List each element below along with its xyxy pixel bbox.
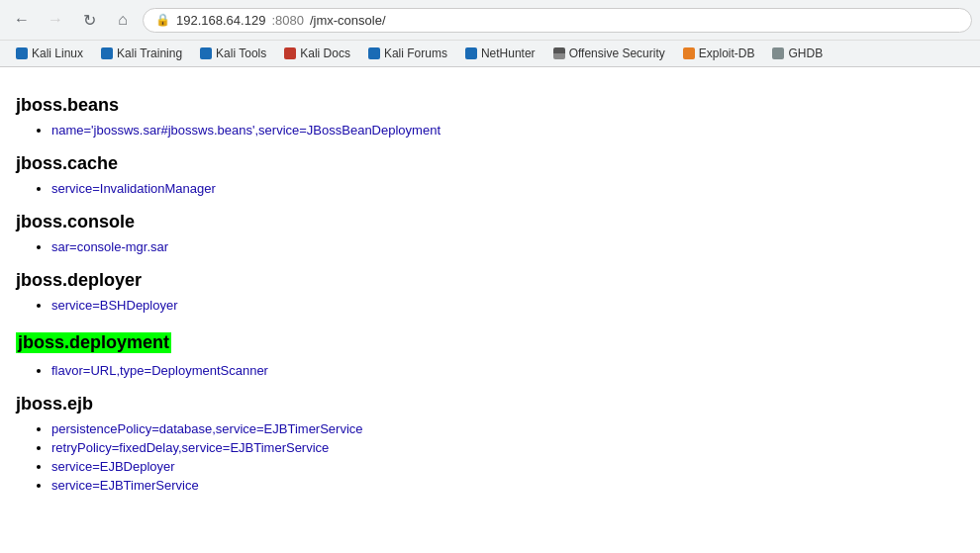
kali-forums-label: Kali Forums — [384, 46, 447, 60]
jboss-ejb-link-3[interactable]: service=EJBTimerService — [51, 478, 199, 493]
lock-icon: 🔒 — [155, 13, 170, 27]
section-heading-jboss-deployer: jboss.deployer — [16, 270, 964, 291]
link-list-jboss-deployer: service=BSHDeployer — [51, 297, 964, 313]
kali-training-favicon — [101, 47, 113, 59]
ghdb-favicon — [772, 47, 784, 59]
list-item: service=EJBTimerService — [51, 477, 964, 493]
kali-forums-favicon — [368, 47, 380, 59]
link-list-jboss-cache: service=InvalidationManager — [51, 180, 964, 196]
jboss-beans-link-0[interactable]: name='jbossws.sar#jbossws.beans',service… — [51, 123, 441, 138]
kali-tools-label: Kali Tools — [216, 46, 266, 60]
kali-docs-label: Kali Docs — [300, 46, 350, 60]
bookmarks-bar: Kali LinuxKali TrainingKali ToolsKali Do… — [0, 40, 980, 66]
back-button[interactable]: ← — [8, 6, 36, 34]
link-list-jboss-beans: name='jbossws.sar#jbossws.beans',service… — [51, 122, 964, 138]
reload-button[interactable]: ↻ — [75, 6, 103, 34]
forward-button[interactable]: → — [42, 6, 69, 34]
bookmark-ghdb[interactable]: GHDB — [764, 44, 831, 63]
list-item: sar=console-mgr.sar — [51, 238, 964, 254]
exploit-db-label: Exploit-DB — [699, 46, 755, 60]
url-port: :8080 — [271, 13, 304, 28]
browser-chrome: ← → ↻ ⌂ 🔒 192.168.64.129:8080/jmx-consol… — [0, 0, 980, 67]
kali-linux-favicon — [16, 47, 28, 59]
jboss-ejb-link-2[interactable]: service=EJBDeployer — [51, 459, 175, 474]
home-button[interactable]: ⌂ — [109, 6, 137, 34]
page-content: jboss.beansname='jbossws.sar#jbossws.bea… — [0, 67, 980, 508]
section-heading-jboss-beans: jboss.beans — [16, 95, 964, 116]
list-item: service=BSHDeployer — [51, 297, 964, 313]
kali-docs-favicon — [284, 47, 296, 59]
list-item: persistencePolicy=database,service=EJBTi… — [51, 420, 964, 436]
kali-tools-favicon — [200, 47, 212, 59]
kali-training-label: Kali Training — [117, 46, 182, 60]
bookmark-kali-docs[interactable]: Kali Docs — [276, 44, 358, 63]
bookmark-offensive-security[interactable]: Offensive Security — [545, 44, 673, 63]
bookmark-kali-training[interactable]: Kali Training — [93, 44, 190, 63]
link-list-jboss-ejb: persistencePolicy=database,service=EJBTi… — [51, 420, 964, 493]
offensive-security-label: Offensive Security — [569, 46, 665, 60]
url-text: 192.168.64.129 — [176, 13, 265, 28]
bookmark-nethunter[interactable]: NetHunter — [457, 44, 543, 63]
jboss-deployment-link-0[interactable]: flavor=URL,type=DeploymentScanner — [51, 363, 268, 378]
list-item: flavor=URL,type=DeploymentScanner — [51, 362, 964, 378]
bookmark-kali-tools[interactable]: Kali Tools — [192, 44, 274, 63]
list-item: name='jbossws.sar#jbossws.beans',service… — [51, 122, 964, 138]
url-path: /jmx-console/ — [310, 13, 386, 28]
jboss-cache-link-0[interactable]: service=InvalidationManager — [51, 181, 216, 196]
jboss-ejb-link-0[interactable]: persistencePolicy=database,service=EJBTi… — [51, 421, 363, 436]
nethunter-favicon — [465, 47, 477, 59]
nethunter-label: NetHunter — [481, 46, 536, 60]
jboss-deployer-link-0[interactable]: service=BSHDeployer — [51, 298, 178, 313]
bookmark-kali-forums[interactable]: Kali Forums — [360, 44, 455, 63]
exploit-db-favicon — [683, 47, 695, 59]
list-item: service=EJBDeployer — [51, 458, 964, 474]
ghdb-label: GHDB — [788, 46, 823, 60]
address-bar[interactable]: 🔒 192.168.64.129:8080/jmx-console/ — [143, 8, 972, 33]
link-list-jboss-console: sar=console-mgr.sar — [51, 238, 964, 254]
jboss-ejb-link-1[interactable]: retryPolicy=fixedDelay,service=EJBTimerS… — [51, 440, 329, 455]
link-list-jboss-deployment: flavor=URL,type=DeploymentScanner — [51, 362, 964, 378]
list-item: service=InvalidationManager — [51, 180, 964, 196]
list-item: retryPolicy=fixedDelay,service=EJBTimerS… — [51, 439, 964, 455]
bookmark-kali-linux[interactable]: Kali Linux — [8, 44, 91, 63]
offensive-security-favicon — [553, 47, 565, 59]
section-heading-jboss-deployment: jboss.deployment — [16, 332, 171, 353]
section-heading-jboss-console: jboss.console — [16, 212, 964, 232]
jboss-console-link-0[interactable]: sar=console-mgr.sar — [51, 239, 168, 254]
nav-bar: ← → ↻ ⌂ 🔒 192.168.64.129:8080/jmx-consol… — [0, 0, 980, 40]
section-heading-jboss-cache: jboss.cache — [16, 153, 964, 174]
bookmark-exploit-db[interactable]: Exploit-DB — [675, 44, 763, 63]
kali-linux-label: Kali Linux — [32, 46, 83, 60]
section-heading-jboss-ejb: jboss.ejb — [16, 394, 964, 415]
